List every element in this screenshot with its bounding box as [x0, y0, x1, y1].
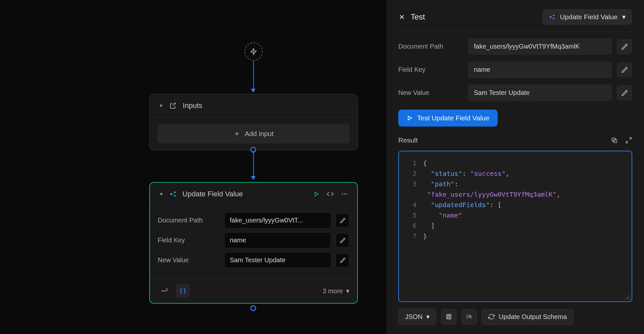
action-node-footer: 3 more ▾ — [150, 279, 357, 303]
trigger-node[interactable] — [244, 42, 263, 61]
svg-line-24 — [626, 141, 628, 143]
connector-arrow — [251, 176, 256, 180]
close-icon[interactable] — [398, 13, 405, 21]
resize-handle-icon[interactable] — [625, 295, 630, 299]
svg-point-15 — [549, 16, 551, 18]
result-bottom-bar: JSON ▾ Update Output Schema — [398, 309, 632, 325]
code-line: 6 ] — [407, 220, 624, 231]
doc-path-value[interactable]: fake_users/lyyyGw0VtT... — [224, 212, 331, 228]
field-row-field-key: Field Key name — [158, 232, 349, 248]
sidebar-header: Test Update Field Value ▾ — [398, 9, 632, 25]
svg-line-18 — [551, 15, 553, 17]
inputs-node-body: Add input — [150, 117, 358, 150]
code-line: 7} — [407, 231, 624, 241]
field-row-new-value: New Value Sam Tester Update — [158, 252, 349, 268]
code-line: "fake_users/lyyyGw0VtT9YfMq3amlK", — [407, 189, 624, 200]
add-input-label: Add input — [245, 130, 274, 138]
inputs-node[interactable]: ▼ Inputs Add input — [149, 94, 358, 150]
test-button[interactable]: Test Update Field Value — [398, 110, 498, 127]
field-key-input[interactable]: name — [468, 61, 612, 78]
save-icon[interactable] — [441, 309, 457, 325]
integration-icon — [169, 190, 177, 198]
svg-rect-30 — [448, 317, 450, 319]
svg-line-19 — [551, 17, 553, 19]
code-icon[interactable] — [327, 190, 334, 198]
svg-marker-0 — [251, 49, 256, 54]
svg-point-5 — [174, 191, 176, 193]
more-icon[interactable] — [341, 190, 348, 198]
svg-point-34 — [469, 315, 471, 318]
refresh-icon — [488, 313, 495, 320]
chevron-down-icon[interactable]: ▼ — [159, 191, 164, 197]
doc-path-input[interactable]: fake_users/lyyyGw0VtT9YfMq3amlK — [468, 38, 612, 55]
connector — [253, 61, 254, 89]
lightning-icon — [250, 48, 257, 55]
svg-line-23 — [629, 138, 631, 140]
svg-line-8 — [172, 194, 174, 196]
result-code-box[interactable]: 1{2 "status": "success",3 "path": "fake_… — [398, 151, 632, 302]
test-sidebar: Test Update Field Value ▾ Document Path … — [387, 0, 644, 334]
svg-line-7 — [172, 192, 174, 194]
svg-marker-9 — [315, 192, 319, 196]
svg-rect-29 — [448, 314, 450, 316]
doc-path-label: Document Path — [158, 217, 220, 224]
chevron-down-icon: ▾ — [426, 313, 430, 321]
return-icon[interactable] — [158, 284, 171, 298]
chevron-down-icon[interactable]: ▼ — [159, 103, 163, 108]
inputs-icon — [169, 102, 177, 110]
svg-point-12 — [346, 193, 347, 195]
svg-line-1 — [173, 103, 175, 106]
divider — [398, 31, 632, 32]
inspect-icon[interactable] — [461, 309, 477, 325]
svg-point-16 — [553, 15, 554, 16]
update-schema-button[interactable]: Update Output Schema — [481, 309, 574, 325]
action-node-body: Document Path fake_users/lyyyGw0VtT... F… — [150, 206, 357, 279]
field-key-value[interactable]: name — [224, 232, 331, 248]
svg-point-6 — [174, 195, 176, 197]
field-row-document-path: Document Path fake_users/lyyyGw0VtT... — [158, 212, 349, 228]
edit-button[interactable] — [617, 39, 632, 54]
edit-button[interactable] — [617, 85, 632, 101]
code-line: 4 "updatedFields": [ — [407, 200, 624, 210]
result-header: Result — [398, 136, 632, 144]
svg-point-11 — [344, 193, 345, 195]
edit-button[interactable] — [336, 213, 349, 228]
integration-icon — [549, 14, 555, 20]
add-input-button[interactable]: Add input — [157, 124, 350, 144]
new-value-value[interactable]: Sam Tester Update — [224, 252, 331, 268]
action-node-actions — [314, 190, 348, 198]
expand-icon[interactable] — [625, 137, 632, 144]
code-line: 1{ — [407, 158, 624, 168]
svg-point-4 — [170, 193, 172, 195]
format-selector[interactable]: JSON ▾ — [398, 309, 436, 325]
workflow-canvas[interactable]: ▼ Inputs Add input ▼ Update Field Value — [0, 0, 387, 334]
field-key-label: Field Key — [158, 236, 220, 244]
edit-button[interactable] — [617, 62, 632, 78]
sb-field-document-path: Document Path fake_users/lyyyGw0VtT9YfMq… — [398, 38, 632, 55]
inputs-node-header[interactable]: ▼ Inputs — [150, 94, 358, 117]
edit-button[interactable] — [336, 253, 349, 267]
action-selector[interactable]: Update Field Value ▾ — [542, 9, 632, 25]
chevron-down-icon: ▾ — [346, 287, 349, 295]
svg-point-17 — [553, 18, 554, 20]
new-value-label: New Value — [158, 256, 220, 264]
svg-line-27 — [629, 298, 630, 299]
copy-icon[interactable] — [611, 137, 618, 144]
action-node-title: Update Field Value — [183, 190, 308, 198]
svg-line-35 — [471, 317, 472, 318]
inputs-node-title: Inputs — [183, 101, 348, 110]
code-line: 3 "path": — [407, 179, 624, 189]
more-fields-toggle[interactable]: 3 more ▾ — [323, 287, 349, 295]
action-node[interactable]: ▼ Update Field Value Document Path fake_… — [149, 182, 358, 304]
connector-arrow — [251, 89, 256, 93]
braces-icon[interactable] — [176, 284, 190, 298]
sidebar-title: Test — [411, 12, 425, 22]
connector — [253, 151, 254, 177]
edit-button[interactable] — [336, 233, 349, 248]
action-node-header[interactable]: ▼ Update Field Value — [150, 183, 357, 206]
connector-port[interactable] — [250, 305, 256, 311]
play-icon — [407, 115, 413, 121]
sb-field-new-value: New Value Sam Tester Update — [398, 84, 632, 101]
play-icon[interactable] — [314, 191, 319, 197]
new-value-input[interactable]: Sam Tester Update — [468, 84, 612, 101]
